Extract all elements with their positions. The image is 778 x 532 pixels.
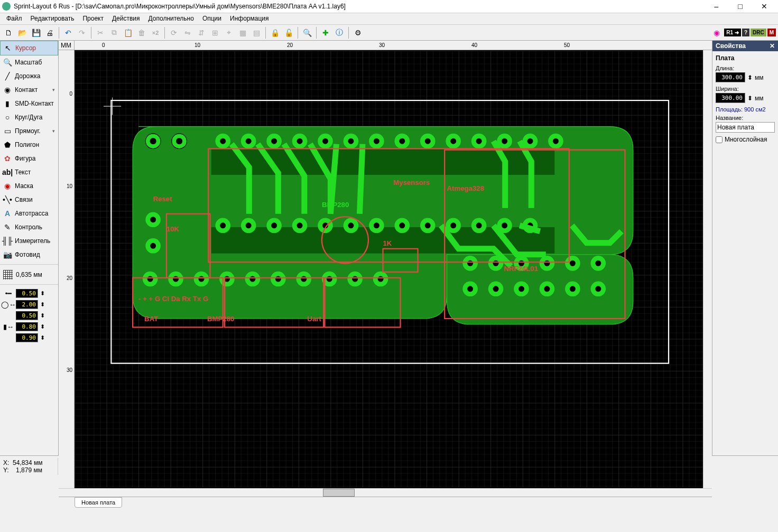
rotate-icon[interactable]: ⟳: [168, 26, 180, 39]
tool-track[interactable]: ╱ Дорожка: [0, 69, 58, 83]
board-name-input[interactable]: [716, 122, 775, 133]
width-value[interactable]: 300.00: [716, 93, 745, 103]
tool-label: Курсор: [15, 44, 54, 52]
save-icon[interactable]: 💾: [30, 26, 42, 39]
tool-shape[interactable]: ✿ Фигура: [0, 152, 58, 165]
mirror-v-icon[interactable]: ⇵: [195, 26, 208, 39]
print-icon[interactable]: 🖨: [43, 26, 56, 39]
multilayer-row[interactable]: Многослойная: [716, 136, 775, 143]
scrollbar-horizontal[interactable]: [59, 488, 712, 497]
undo-icon[interactable]: ↶: [62, 26, 75, 39]
tool-zoom[interactable]: 🔍 Масштаб: [0, 55, 58, 69]
smd-icon: ▮: [3, 99, 12, 108]
paste-icon[interactable]: 📋: [122, 26, 134, 39]
param-smd-w[interactable]: ▮↔ 0.80 ⬍: [0, 321, 58, 332]
tool-mask[interactable]: ◉ Маска: [0, 179, 58, 193]
separator: [0, 262, 58, 265]
gear-icon[interactable]: ⚙: [351, 26, 364, 39]
svg-point-53: [374, 222, 379, 228]
param-value[interactable]: 0.50: [16, 289, 38, 298]
tool-connect[interactable]: •╲• Связи: [0, 193, 58, 207]
pcb-canvas[interactable]: Reset 10K 1K Mysensors Atmega328 NRF24L0…: [75, 50, 703, 488]
badge-drc[interactable]: DRC: [751, 29, 766, 36]
name-label: Название:: [716, 115, 775, 121]
board-tabs: Новая плата: [59, 497, 712, 508]
svg-point-23: [348, 138, 354, 144]
spinner-icon[interactable]: ⬍: [747, 74, 753, 81]
param-smd-h[interactable]: 0.90 ⬍: [0, 332, 58, 343]
ungroup-icon[interactable]: ▤: [250, 26, 263, 39]
cut-icon[interactable]: ✂: [94, 26, 107, 39]
param-pad-outer[interactable]: ◯↔ 2.00 ⬍: [0, 299, 58, 310]
close-panel-icon[interactable]: ✕: [770, 42, 775, 50]
tool-photo[interactable]: 📷 Фотовид: [0, 248, 58, 262]
record-icon[interactable]: ◉: [710, 26, 723, 39]
svg-point-77: [544, 260, 550, 266]
spinner-icon[interactable]: ⬍: [747, 95, 753, 102]
menu-actions[interactable]: Действия: [108, 13, 144, 24]
grid-setting[interactable]: 0,635 мм: [0, 268, 58, 282]
smd-h-icon: [3, 334, 14, 342]
tool-rect[interactable]: ▭ Прямоуг. ▾: [0, 124, 58, 138]
maximize-button[interactable]: □: [728, 1, 752, 13]
param-value[interactable]: 0.50: [16, 311, 38, 320]
menu-edit[interactable]: Редактировать: [26, 13, 79, 24]
field-length: Длина: 300.00 ⬍ мм: [716, 65, 775, 82]
svg-point-83: [518, 286, 524, 292]
badge-r1[interactable]: R1 ➜: [724, 29, 741, 36]
badge-help[interactable]: ?: [742, 29, 749, 36]
open-icon[interactable]: 📂: [16, 26, 29, 39]
lock-icon[interactable]: 🔒: [268, 26, 281, 39]
length-value[interactable]: 300.00: [716, 72, 745, 82]
info-icon[interactable]: ⓘ: [333, 26, 346, 39]
snap-icon[interactable]: ⌖: [223, 26, 235, 39]
multilayer-checkbox[interactable]: [716, 136, 723, 143]
delete-icon[interactable]: 🗑: [135, 26, 148, 39]
param-pad-inner[interactable]: 0.50 ⬍: [0, 310, 58, 321]
close-button[interactable]: ✕: [752, 1, 776, 13]
tool-autoroute[interactable]: A Автотрасса: [0, 207, 58, 220]
menu-options[interactable]: Опции: [198, 13, 226, 24]
text-icon: ab|: [3, 168, 12, 176]
tool-smd[interactable]: ▮ SMD-Контакт: [0, 97, 58, 110]
menu-project[interactable]: Проект: [78, 13, 108, 24]
mirror-h-icon[interactable]: ⇋: [181, 26, 194, 39]
group-icon[interactable]: ▦: [236, 26, 249, 39]
search-icon[interactable]: 🔍: [301, 26, 313, 39]
silk-bmp280: BMP280: [322, 201, 349, 209]
unlock-icon[interactable]: 🔓: [282, 26, 295, 39]
silk-pins-bottom: - + + G Cl Da Rx Tx G: [138, 295, 208, 303]
y-value: 1,879 мм: [16, 466, 42, 474]
tab-board[interactable]: Новая плата: [75, 497, 122, 508]
badge-macro[interactable]: M: [767, 29, 776, 36]
crosshair-icon[interactable]: ✚: [319, 26, 332, 39]
tool-pad[interactable]: ◉ Контакт ▾: [0, 83, 58, 97]
new-icon[interactable]: 🗋: [2, 26, 15, 39]
menu-file[interactable]: Файл: [2, 13, 26, 24]
tool-measure[interactable]: ╢╟ Измеритель: [0, 234, 58, 248]
param-value[interactable]: 0.90: [16, 333, 38, 342]
align-icon[interactable]: ⊞: [209, 26, 221, 39]
param-value[interactable]: 2.00: [16, 300, 38, 309]
svg-point-15: [246, 138, 252, 144]
tool-cursor[interactable]: ↖ Курсор: [0, 41, 58, 55]
menu-info[interactable]: Информация: [226, 13, 273, 24]
redo-icon[interactable]: ↷: [76, 26, 88, 39]
menu-extra[interactable]: Дополнительно: [144, 13, 198, 24]
tool-circle[interactable]: ○ Круг/Дуга: [0, 110, 58, 124]
param-value[interactable]: 0.80: [16, 322, 38, 331]
tool-polygon[interactable]: ⬟ Полигон: [0, 138, 58, 152]
tool-text[interactable]: ab| Текст: [0, 165, 58, 179]
scrollbar-thumb[interactable]: [323, 489, 355, 497]
svg-point-61: [476, 222, 482, 228]
test-icon: ✎: [3, 223, 12, 231]
copy-icon[interactable]: ⧉: [108, 26, 121, 39]
svg-point-35: [502, 138, 507, 144]
duplicate-icon[interactable]: ×2: [149, 26, 162, 39]
silk-atmega: Atmega328: [447, 184, 484, 192]
tool-test[interactable]: ✎ Контроль: [0, 220, 58, 234]
separator: [91, 27, 91, 39]
minimize-button[interactable]: –: [705, 1, 728, 13]
scrollbar-vertical[interactable]: [703, 50, 712, 488]
param-track-width[interactable]: •━ 0.50 ⬍: [0, 288, 58, 299]
